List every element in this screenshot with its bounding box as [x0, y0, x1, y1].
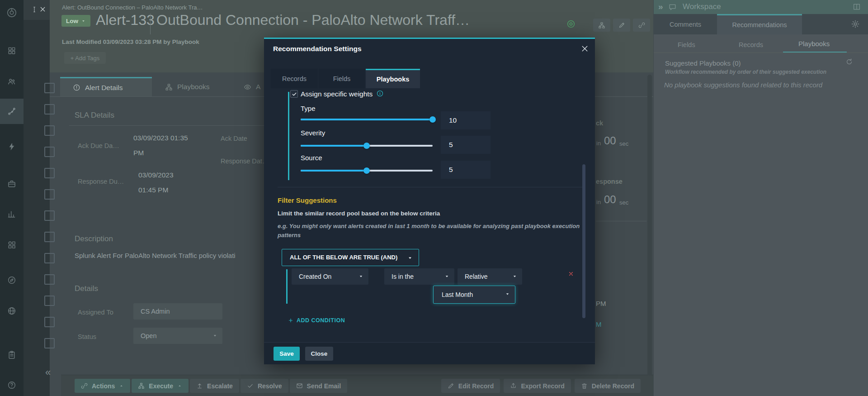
- status-dropdown[interactable]: Open: [133, 328, 222, 344]
- mini-panel-header: [24, 0, 50, 20]
- slider-thumb[interactable]: [363, 143, 370, 149]
- clipped-text-fragment: in: [596, 199, 601, 205]
- record-checkbox[interactable]: [44, 104, 55, 115]
- tab-recommendations[interactable]: Recommendations: [717, 14, 802, 34]
- briefcase-icon: [7, 179, 16, 188]
- record-checkbox[interactable]: [44, 338, 55, 348]
- escalate-button[interactable]: Escalate: [190, 379, 239, 393]
- condition-value-dropdown[interactable]: Last Month: [433, 286, 515, 304]
- alert-circle-icon: [73, 84, 80, 91]
- clipped-text-fragment: 00: [604, 193, 616, 206]
- modal-title: Recommendation Settings: [273, 45, 362, 53]
- record-checkbox[interactable]: [44, 274, 55, 285]
- dashboard-icon: [7, 46, 16, 55]
- record-checkbox[interactable]: [44, 147, 55, 157]
- widgets-icon: [7, 240, 16, 249]
- subtab-records[interactable]: Records: [739, 41, 763, 48]
- edit-record-button[interactable]: Edit Record: [441, 379, 500, 393]
- condition-operator-dropdown[interactable]: Is in the: [384, 268, 454, 285]
- condition-field-dropdown[interactable]: Created On: [292, 268, 368, 285]
- collapse-button[interactable]: «: [45, 367, 51, 377]
- logical-operator-dropdown[interactable]: ALL OF THE BELOW ARE TRUE (AND): [282, 249, 419, 266]
- button-label: Delete Record: [592, 382, 634, 390]
- slider-thumb[interactable]: [363, 167, 370, 174]
- app-logo[interactable]: [0, 4, 24, 22]
- export-icon: [510, 382, 517, 389]
- remove-condition-icon[interactable]: [568, 271, 574, 277]
- subtab-fields[interactable]: Fields: [678, 41, 695, 48]
- slider-thumb[interactable]: [429, 116, 436, 123]
- caret-down-icon: [512, 273, 518, 279]
- record-checkbox[interactable]: [44, 125, 55, 136]
- sidebar-item-queues[interactable]: [0, 72, 24, 91]
- link-button[interactable]: [633, 19, 650, 32]
- sidebar-item-reports[interactable]: [0, 204, 24, 224]
- sidebar-item-tasks[interactable]: [0, 345, 24, 365]
- add-condition-button[interactable]: ADD CONDITION: [288, 317, 345, 324]
- delete-record-button[interactable]: Delete Record: [575, 379, 641, 393]
- execute-button[interactable]: Execute: [132, 379, 189, 393]
- severity-badge[interactable]: Low: [61, 15, 90, 27]
- assign-weights-checkbox[interactable]: [290, 90, 298, 98]
- actions-button[interactable]: Actions: [75, 379, 130, 393]
- send-email-button[interactable]: Send Email: [290, 379, 347, 393]
- save-button[interactable]: Save: [274, 347, 300, 361]
- sidebar-item-case-management[interactable]: [0, 174, 24, 194]
- tab-playbooks[interactable]: Playbooks: [152, 77, 231, 97]
- resolve-button[interactable]: Resolve: [241, 379, 288, 393]
- workspace-title: Workspace: [683, 2, 721, 11]
- response-due-label: Response Du…: [78, 178, 124, 185]
- modal-tab-records[interactable]: Records: [271, 69, 318, 88]
- sidebar-item-help[interactable]: [0, 376, 24, 394]
- edit-button[interactable]: [613, 19, 630, 32]
- button-label: Resolve: [258, 382, 282, 390]
- type-weight-slider[interactable]: [301, 119, 433, 120]
- slider-label: Source: [301, 154, 322, 162]
- caret-up-icon: [119, 383, 124, 388]
- main-scrollbar[interactable]: [647, 75, 652, 376]
- sidebar-item-automation[interactable]: [0, 137, 24, 157]
- severity-weight-value[interactable]: 5: [441, 136, 491, 154]
- record-checkbox[interactable]: [44, 189, 55, 200]
- add-tags-button[interactable]: + Add Tags: [64, 52, 106, 64]
- record-checkbox[interactable]: [44, 83, 55, 93]
- record-checkbox[interactable]: [44, 168, 55, 178]
- modal-footer: Save Close: [264, 342, 595, 364]
- type-weight-value[interactable]: 10: [441, 111, 491, 129]
- modal-scrollbar[interactable]: [582, 164, 585, 318]
- info-icon[interactable]: [376, 90, 384, 97]
- weights-accent-bar: [288, 92, 289, 180]
- sidebar-item-widgets[interactable]: [0, 235, 24, 255]
- breadcrumb: Alert: OutBound Connection – PaloAlto Ne…: [62, 4, 203, 11]
- sidebar-item-threat-intel[interactable]: [0, 301, 24, 321]
- tab-comments[interactable]: Comments: [660, 14, 710, 34]
- modal-tab-fields[interactable]: Fields: [319, 69, 365, 88]
- plus-icon: [288, 318, 293, 323]
- sidebar-item-incident-response[interactable]: [0, 99, 24, 124]
- export-record-button[interactable]: Export Record: [504, 379, 571, 393]
- record-checkbox[interactable]: [44, 296, 55, 306]
- close-icon[interactable]: [39, 5, 47, 13]
- source-weight-value[interactable]: 5: [441, 161, 491, 179]
- columns-icon[interactable]: [853, 3, 861, 11]
- modal-tab-playbooks[interactable]: Playbooks: [366, 69, 420, 88]
- record-checkbox[interactable]: [44, 232, 55, 242]
- refresh-icon[interactable]: [845, 58, 853, 66]
- playbook-run-button[interactable]: [593, 19, 610, 32]
- gear-icon[interactable]: [851, 19, 860, 29]
- sidebar-item-dashboard[interactable]: [0, 41, 24, 61]
- expand-panel-button[interactable]: »: [658, 1, 663, 13]
- sidebar-item-navigator[interactable]: [0, 270, 24, 290]
- close-icon: [39, 5, 47, 13]
- subtab-playbooks[interactable]: Playbooks: [798, 40, 830, 48]
- modal-close-icon[interactable]: [580, 44, 590, 53]
- record-checkbox[interactable]: [44, 210, 55, 221]
- tab-alert-details[interactable]: Alert Details: [60, 77, 152, 97]
- pencil-icon: [618, 22, 625, 29]
- button-label: Execute: [149, 382, 173, 390]
- close-button[interactable]: Close: [305, 347, 333, 361]
- condition-accent-bar: [286, 269, 288, 304]
- record-checkbox[interactable]: [44, 317, 55, 327]
- condition-mode-dropdown[interactable]: Relative: [458, 268, 522, 285]
- record-checkbox[interactable]: [44, 253, 55, 263]
